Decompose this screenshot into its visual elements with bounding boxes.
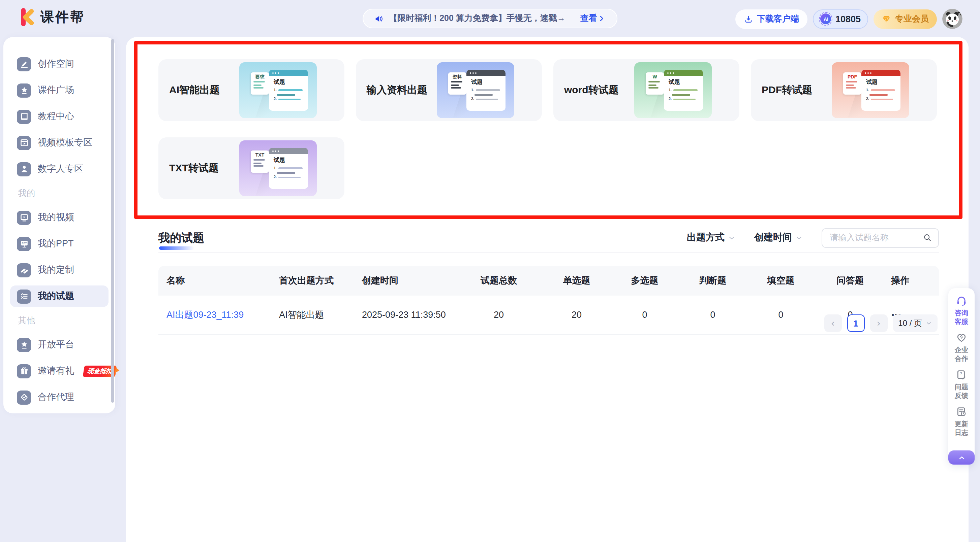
sidebar-item-courseware-plaza[interactable]: 课件广场	[10, 79, 108, 101]
mini-doc-quiz-label: 试题	[471, 78, 506, 87]
feedback-item[interactable]: ? 问题反馈	[953, 369, 970, 400]
changelog-item[interactable]: 更新日志	[953, 406, 970, 437]
page: 课件帮 【限时福利！200 算力免费拿】手慢无，速戳→ 查看 下载客户端 AI …	[0, 0, 980, 542]
cell-fill-blank: 0	[747, 310, 815, 320]
float-item-label: 咨询客服	[953, 308, 970, 326]
mini-doc-source-label: PDF	[846, 74, 859, 79]
chevron-up-icon	[958, 453, 966, 461]
sidebar-item-label: 教程中心	[38, 111, 74, 122]
card-illustration: PDF ↘ 试题 1. 2.	[832, 62, 909, 118]
mini-doc-source-label: TXT	[253, 152, 266, 158]
headset-icon	[956, 295, 967, 306]
doc-line-number: 2.	[274, 175, 277, 179]
video-icon	[17, 211, 31, 225]
sidebar-item-open-platform[interactable]: 开放平台	[10, 334, 108, 355]
sidebar-item-creation-space[interactable]: 创作空间	[10, 53, 108, 75]
sidebar-item-tutorial-center[interactable]: 教程中心	[10, 106, 108, 127]
mini-doc-quiz-label: 试题	[274, 78, 308, 87]
quiz-name-link[interactable]: AI出题09-23_11:39	[158, 309, 271, 321]
sidebar-item-my-ppt[interactable]: PPT 我的PPT	[10, 233, 108, 255]
announcement-text: 【限时福利！200 算力免费拿】手慢无，速戳→	[389, 13, 565, 24]
filter-quiz-method[interactable]: 出题方式	[687, 231, 735, 244]
filter-label: 创建时间	[754, 231, 792, 244]
svg-text:?: ?	[960, 371, 962, 376]
quiz-search-input[interactable]	[828, 232, 923, 243]
filter-create-time[interactable]: 创建时间	[754, 231, 803, 244]
gift-icon	[17, 364, 31, 378]
mini-doc-quiz: 试题 1. 2.	[269, 148, 308, 189]
sidebar-section-my: 我的	[18, 187, 108, 199]
announcement-view-link[interactable]: 查看	[580, 13, 606, 24]
page-size-select[interactable]: 10 / 页	[893, 314, 937, 332]
mini-doc-quiz-label: 试题	[866, 78, 900, 87]
collapse-bar-button[interactable]	[948, 450, 975, 464]
filters: 出题方式 创建时间	[687, 228, 939, 247]
column-header: 名称	[158, 275, 271, 287]
mini-doc-source-label: 资料	[451, 74, 464, 79]
card-pdf-to-quiz[interactable]: PDF转试题 PDF ↘ 试题 1. 2.	[751, 59, 937, 121]
mini-doc-quiz-label: 试题	[274, 157, 308, 165]
search-icon[interactable]	[923, 233, 932, 242]
sidebar-item-label: 创作空间	[38, 58, 74, 70]
membership-badge[interactable]: 专业会员	[873, 9, 937, 29]
sidebar-item-label: 合作代理	[38, 391, 74, 403]
speaker-icon	[374, 14, 383, 23]
column-header: 首次出题方式	[271, 275, 354, 287]
sidebar-item-video-template-zone[interactable]: 视频模板专区	[10, 132, 108, 154]
cell-multi-choice: 0	[611, 310, 679, 320]
star-square-icon	[17, 338, 31, 352]
pagination-next-button[interactable]: ›	[870, 314, 887, 332]
logo-icon	[18, 8, 36, 26]
card-input-material-quiz[interactable]: 输入资料出题 资料 ↘ 试题 1. 2.	[356, 59, 542, 121]
filter-label: 出题方式	[687, 231, 725, 244]
cell-single-choice: 20	[542, 310, 611, 320]
sidebar-item-partner-agent[interactable]: 合作代理	[10, 387, 108, 408]
card-word-to-quiz[interactable]: word转试题 W ↘ 试题 1. 2.	[554, 59, 740, 121]
sidebar-scrollbar[interactable]	[111, 39, 114, 403]
credits-value: 10805	[835, 14, 861, 24]
pagination: ‹ 1 › 10 / 页	[824, 314, 937, 332]
download-client-label: 下载客户端	[757, 13, 799, 25]
doc-line-number: 1.	[274, 88, 277, 92]
sidebar-section-other: 其他	[18, 314, 108, 326]
sidebar-item-label: 我的定制	[38, 264, 74, 276]
sidebar-item-my-custom[interactable]: 我的定制	[10, 259, 108, 281]
column-header: 单选题	[542, 275, 611, 287]
doc-line-number: 2.	[866, 97, 869, 101]
pagination-page-1[interactable]: 1	[847, 314, 864, 332]
membership-label: 专业会员	[895, 13, 929, 25]
my-quizzes-section-header: 我的试题 出题方式 创建时间	[158, 223, 939, 252]
sidebar-item-label: 我的PPT	[38, 238, 74, 250]
page-size-value: 10 / 页	[898, 317, 922, 329]
column-header: 多选题	[611, 275, 679, 287]
credits-pill[interactable]: AI 10805	[813, 9, 868, 29]
checklist-icon	[17, 289, 31, 303]
card-txt-to-quiz[interactable]: TXT转试题 TXT ↘ 试题 1. 2.	[158, 137, 344, 199]
download-icon	[744, 14, 753, 23]
mini-doc-quiz: 试题 1. 2.	[466, 70, 506, 111]
doc-line-number: 2.	[471, 97, 474, 101]
pagination-prev-button[interactable]: ‹	[824, 314, 842, 332]
column-header: 创建时间	[354, 275, 455, 287]
doc-line-number: 1.	[274, 166, 277, 170]
sidebar-item-invite-rewards[interactable]: 邀请有礼 现金抵扣	[10, 360, 108, 382]
download-client-button[interactable]: 下载客户端	[735, 9, 808, 29]
float-item-label: 问题反馈	[953, 382, 970, 400]
sidebar-item-my-quizzes[interactable]: 我的试题	[10, 285, 108, 307]
card-ai-quiz[interactable]: AI智能出题 要求 ↘ 试题 1. 2.	[158, 59, 344, 121]
sidebar-item-my-videos[interactable]: 我的视频	[10, 207, 108, 228]
card-title: TXT转试题	[169, 162, 219, 175]
section-title: 我的试题	[158, 230, 204, 246]
column-header: 操作	[886, 275, 938, 287]
sidebar-item-digital-human-zone[interactable]: 数字人专区	[10, 158, 108, 180]
mini-doc-source-label: 要求	[253, 74, 266, 79]
chevron-down-icon	[925, 320, 932, 326]
customer-service-item[interactable]: 咨询客服	[953, 295, 970, 326]
app-logo[interactable]: 课件帮	[18, 8, 85, 26]
mini-doc-source: TXT	[251, 151, 269, 173]
sidebar-item-label: 邀请有礼	[38, 365, 74, 377]
enterprise-cooperation-item[interactable]: 企业合作	[953, 332, 970, 363]
sidebar-item-label: 开放平台	[38, 339, 74, 351]
logo-text: 课件帮	[40, 8, 85, 26]
user-avatar[interactable]	[942, 9, 963, 29]
